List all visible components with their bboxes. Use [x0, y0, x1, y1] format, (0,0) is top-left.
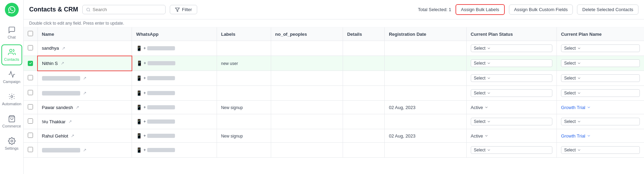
edit-icon[interactable]: ↗: [61, 61, 64, 66]
sidebar-item-campaign[interactable]: Campaign: [1, 67, 22, 88]
row-checkbox-cell[interactable]: [24, 101, 37, 114]
search-input[interactable]: [93, 7, 162, 12]
whatsapp-icon: 📱: [136, 119, 142, 124]
edit-icon[interactable]: ↗: [62, 46, 65, 51]
col-name: Name: [37, 27, 132, 41]
row-checkbox[interactable]: [28, 133, 33, 138]
svg-point-1: [11, 96, 13, 98]
details-cell: [343, 129, 384, 143]
plan-name-cell[interactable]: Select: [557, 41, 644, 56]
whatsapp-icon: 📱: [136, 105, 142, 110]
col-current-plan-name: Current Plan Name: [557, 27, 644, 41]
wa-placeholder: [148, 61, 175, 65]
select-all-col[interactable]: [24, 27, 37, 41]
details-cell: [343, 101, 384, 114]
whatsapp-icon: 📱: [136, 90, 142, 96]
edit-icon[interactable]: ↗: [83, 148, 86, 152]
plan-name-dropdown[interactable]: Select: [561, 146, 640, 154]
table-header-row: Name WhatsApp Labels no_of_peoples Detai…: [24, 27, 644, 41]
search-box[interactable]: [82, 5, 166, 14]
plan-status-dropdown[interactable]: Select: [471, 118, 552, 125]
row-checkbox[interactable]: [28, 104, 33, 109]
plan-status-dropdown[interactable]: Select: [471, 44, 552, 52]
row-checkbox-cell[interactable]: [24, 41, 37, 56]
name-cell: ↗: [37, 143, 132, 158]
plan-status-cell[interactable]: Select: [466, 71, 557, 86]
plan-status-dropdown[interactable]: Select: [471, 146, 552, 154]
plan-name-dropdown[interactable]: Select: [561, 89, 640, 97]
plan-status-dropdown[interactable]: Select: [471, 59, 552, 67]
plan-status-cell[interactable]: Select: [466, 143, 557, 158]
row-checkbox[interactable]: [28, 75, 33, 80]
plan-name-cell[interactable]: Select: [557, 143, 644, 158]
edit-icon[interactable]: ↗: [83, 76, 86, 81]
chevron-down-icon: [484, 134, 488, 138]
plan-status-cell[interactable]: Select: [466, 114, 557, 129]
row-checkbox-cell[interactable]: [24, 129, 37, 143]
chevron-down-icon: [487, 148, 491, 152]
row-checkbox[interactable]: [28, 118, 33, 124]
registration-date-cell: [385, 56, 467, 71]
plan-status-cell[interactable]: Select: [466, 56, 557, 71]
assign-bulk-custom-fields-button[interactable]: Assign Bulk Custom Fields: [509, 5, 573, 15]
plan-status-dropdown[interactable]: Select: [471, 89, 552, 97]
no-of-peoples-cell: [271, 41, 343, 56]
plan-name-dropdown[interactable]: Select: [561, 59, 640, 67]
name-cell: Rahul Gehlot ↗: [37, 129, 132, 143]
chevron-down-icon: [577, 76, 581, 80]
sidebar-item-settings[interactable]: Settings: [1, 133, 22, 154]
registration-date-cell: [385, 143, 467, 158]
plan-name-dropdown[interactable]: Select: [561, 74, 640, 82]
table-row: Rahul Gehlot ↗ 📱 + New signup: [24, 129, 644, 143]
name-cell: Pawar sandesh ↗: [37, 101, 132, 114]
plan-status-cell[interactable]: Active: [466, 101, 557, 114]
sidebar-item-chat[interactable]: Chat: [1, 22, 22, 43]
plan-status-cell[interactable]: Select: [466, 41, 557, 56]
plan-name-cell[interactable]: Select: [557, 71, 644, 86]
sidebar-item-automation[interactable]: Automation: [1, 89, 22, 110]
edit-icon[interactable]: ↗: [76, 105, 79, 110]
plan-name-growth[interactable]: Growth Trial: [561, 133, 640, 139]
filter-icon: [175, 7, 180, 12]
name-cell: ↗: [37, 71, 132, 86]
checked-checkbox[interactable]: [28, 61, 33, 66]
plan-name-cell[interactable]: Growth Trial: [557, 129, 644, 143]
edit-icon[interactable]: ↗: [68, 119, 72, 124]
plan-name-growth[interactable]: Growth Trial: [561, 105, 640, 110]
no-of-peoples-cell: [271, 101, 343, 114]
plan-status-active[interactable]: Active: [471, 133, 552, 139]
sidebar-item-commerce[interactable]: Commerce: [1, 111, 22, 132]
select-all-checkbox[interactable]: [28, 31, 33, 36]
plan-name-cell[interactable]: Growth Trial: [557, 101, 644, 114]
plan-status-active[interactable]: Active: [471, 105, 552, 110]
plan-name-cell[interactable]: Select: [557, 56, 644, 71]
row-checkbox-cell[interactable]: [24, 71, 37, 86]
plan-name-cell[interactable]: Select: [557, 114, 644, 129]
labels-cell: New signup: [217, 129, 271, 143]
details-cell: [343, 41, 384, 56]
plan-status-cell[interactable]: Active: [466, 129, 557, 143]
plan-name-dropdown[interactable]: Select: [561, 44, 640, 52]
plan-status-dropdown[interactable]: Select: [471, 74, 552, 82]
plan-name-dropdown[interactable]: Select: [561, 118, 640, 125]
no-of-peoples-cell: [271, 56, 343, 71]
whatsapp-icon: 📱: [136, 75, 142, 81]
row-checkbox[interactable]: [28, 90, 33, 95]
row-checkbox[interactable]: [28, 45, 33, 50]
registration-date-cell: 02 Aug, 2023: [385, 129, 467, 143]
edit-icon[interactable]: ↗: [83, 91, 86, 96]
filter-button[interactable]: Filter: [170, 5, 197, 14]
col-current-plan-status: Current Plan Status: [466, 27, 557, 41]
edit-icon[interactable]: ↗: [71, 133, 74, 138]
row-checkbox-cell[interactable]: [24, 143, 37, 158]
row-checkbox[interactable]: [28, 147, 33, 152]
plan-name-cell[interactable]: Select: [557, 86, 644, 101]
plan-status-cell[interactable]: Select: [466, 86, 557, 101]
row-checkbox-cell[interactable]: [24, 86, 37, 101]
row-checkbox-cell[interactable]: [24, 56, 37, 71]
delete-selected-contacts-button[interactable]: Delete Selected Contacts: [577, 5, 638, 15]
sidebar-item-contacts[interactable]: Contacts: [1, 44, 22, 65]
row-checkbox-cell[interactable]: [24, 114, 37, 129]
details-cell: [343, 56, 384, 71]
assign-bulk-labels-button[interactable]: Assign Bulk Labels: [455, 4, 505, 15]
